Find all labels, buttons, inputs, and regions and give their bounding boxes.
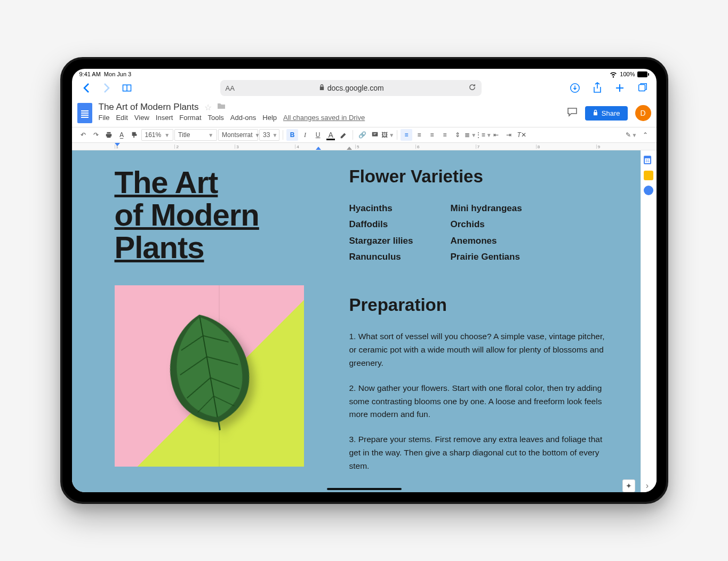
insert-comment-button[interactable] xyxy=(369,129,381,141)
text-size-button[interactable]: AA xyxy=(226,84,235,92)
format-toolbar: ↶ ↷ A̲ 161%▼ Title▼ Montserrat▼ 33▼ B I … xyxy=(72,127,657,143)
preparation-steps[interactable]: 1. What sort of vessel will you choose? … xyxy=(349,330,614,472)
align-justify-button[interactable]: ≡ xyxy=(439,129,451,141)
list-item: Anemones xyxy=(451,234,522,248)
menu-format[interactable]: Format xyxy=(179,114,201,122)
bulleted-list-button[interactable]: ⋮≡▼ xyxy=(477,129,489,141)
prep-step: 3. Prepare your stems. First remove any … xyxy=(349,433,614,472)
font-select[interactable]: Montserrat▼ xyxy=(218,129,258,141)
list-item: Hyacinths xyxy=(349,202,413,215)
paint-format-button[interactable] xyxy=(129,129,140,141)
star-icon[interactable]: ☆ xyxy=(204,102,212,113)
list-item: Stargazer lilies xyxy=(349,234,413,248)
menu-help[interactable]: Help xyxy=(262,114,277,122)
paragraph-style-select[interactable]: Title▼ xyxy=(174,129,217,141)
menu-file[interactable]: File xyxy=(99,114,110,122)
align-center-button[interactable]: ≡ xyxy=(413,129,425,141)
line-spacing-button[interactable]: ⇕ xyxy=(452,129,463,141)
docs-header: The Art of Modern Plants ☆ File Edit Vie… xyxy=(72,98,657,127)
downloads-button[interactable] xyxy=(567,81,583,95)
canvas-area: The Art of Modern Plants xyxy=(72,150,657,492)
expand-side-panel-button[interactable]: › xyxy=(642,479,653,492)
battery-icon xyxy=(637,71,649,77)
list-item: Ranunculus xyxy=(349,250,413,264)
share-document-button[interactable]: Share xyxy=(585,106,628,121)
bold-button[interactable]: B xyxy=(286,129,298,141)
underline-button[interactable]: U xyxy=(312,129,324,141)
align-right-button[interactable]: ≡ xyxy=(426,129,438,141)
italic-button[interactable]: I xyxy=(299,129,311,141)
document-title[interactable]: The Art of Modern Plants xyxy=(99,102,199,113)
collapse-toolbar-button[interactable]: ⌃ xyxy=(639,129,651,141)
svg-rect-0 xyxy=(637,71,647,77)
svg-text:31: 31 xyxy=(645,159,650,163)
bookmarks-button[interactable] xyxy=(119,81,135,95)
undo-button[interactable]: ↶ xyxy=(77,129,89,141)
insert-link-button[interactable]: 🔗 xyxy=(356,129,368,141)
tabs-button[interactable] xyxy=(634,81,650,95)
prep-step: 1. What sort of vessel will you choose? … xyxy=(349,330,614,370)
list-item: Orchids xyxy=(451,218,522,231)
share-button[interactable] xyxy=(589,81,605,95)
highlight-button[interactable] xyxy=(338,129,349,141)
menu-view[interactable]: View xyxy=(134,114,149,122)
menu-addons[interactable]: Add-ons xyxy=(230,114,256,122)
svg-rect-3 xyxy=(638,85,645,91)
status-time: 9:41 AM xyxy=(79,71,101,77)
editing-mode-button[interactable]: ✎▼ xyxy=(626,129,637,141)
document-image[interactable] xyxy=(115,285,304,467)
section-heading-preparation[interactable]: Preparation xyxy=(349,295,614,315)
section-heading-varieties[interactable]: Flower Varieties xyxy=(349,166,614,187)
insert-image-button[interactable]: 🖼▼ xyxy=(382,129,394,141)
redo-button[interactable]: ↷ xyxy=(90,129,102,141)
home-indicator[interactable] xyxy=(327,488,402,490)
status-date: Mon Jun 3 xyxy=(104,71,131,77)
list-item: Mini hydrangeas xyxy=(451,202,522,215)
document-page[interactable]: The Art of Modern Plants xyxy=(72,150,641,492)
ruler[interactable]: 1 2 3 4 5 6 7 8 9 xyxy=(72,143,657,150)
forward-button[interactable] xyxy=(99,81,115,95)
spellcheck-button[interactable]: A̲ xyxy=(116,129,127,141)
docs-logo-icon[interactable] xyxy=(77,103,92,123)
comments-icon[interactable] xyxy=(567,107,578,119)
save-status[interactable]: All changes saved in Drive xyxy=(283,114,365,122)
clear-format-button[interactable]: T✕ xyxy=(516,129,527,141)
refresh-button[interactable] xyxy=(468,83,476,93)
wifi-icon xyxy=(609,70,618,78)
document-title-heading[interactable]: The Art of Modern Plants xyxy=(115,166,312,264)
screen: 9:41 AM Mon Jun 3 100% AA docs.google.co… xyxy=(72,69,657,492)
menu-insert[interactable]: Insert xyxy=(156,114,173,122)
ipad-frame: 9:41 AM Mon Jun 3 100% AA docs.google.co… xyxy=(60,57,668,504)
print-button[interactable] xyxy=(103,129,115,141)
tasks-icon[interactable] xyxy=(644,186,653,195)
menu-edit[interactable]: Edit xyxy=(116,114,127,122)
move-folder-icon[interactable] xyxy=(217,102,226,112)
fontsize-select[interactable]: 33▼ xyxy=(259,129,279,141)
indent-increase-button[interactable]: ⇥ xyxy=(503,129,515,141)
lock-icon xyxy=(593,109,598,117)
status-bar: 9:41 AM Mon Jun 3 100% xyxy=(72,69,657,78)
account-avatar[interactable]: D xyxy=(635,105,651,121)
zoom-select[interactable]: 161%▼ xyxy=(141,129,174,141)
side-panel: 31 xyxy=(641,150,657,492)
varieties-list[interactable]: Hyacinths Daffodils Stargazer lilies Ran… xyxy=(349,202,614,264)
explore-button[interactable]: ✦ xyxy=(622,479,635,492)
menu-tools[interactable]: Tools xyxy=(208,114,224,122)
align-left-button[interactable]: ≡ xyxy=(401,129,412,141)
keep-icon[interactable] xyxy=(644,171,653,180)
prep-step: 2. Now gather your flowers. Start with o… xyxy=(349,382,614,421)
status-battery-pct: 100% xyxy=(620,71,635,77)
text-color-button[interactable]: A xyxy=(325,129,337,141)
lock-icon xyxy=(319,84,325,92)
menu-bar: File Edit View Insert Format Tools Add-o… xyxy=(99,114,561,122)
back-button[interactable] xyxy=(78,81,94,95)
list-item: Prairie Gentians xyxy=(451,250,522,264)
list-item: Daffodils xyxy=(349,218,413,231)
calendar-icon[interactable]: 31 xyxy=(644,156,653,165)
url-bar[interactable]: AA docs.google.com xyxy=(220,80,482,96)
leaf-illustration xyxy=(146,300,273,439)
indent-decrease-button[interactable]: ⇤ xyxy=(490,129,502,141)
url-host: docs.google.com xyxy=(327,84,384,92)
new-tab-button[interactable] xyxy=(612,81,628,95)
safari-toolbar: AA docs.google.com xyxy=(72,78,657,98)
